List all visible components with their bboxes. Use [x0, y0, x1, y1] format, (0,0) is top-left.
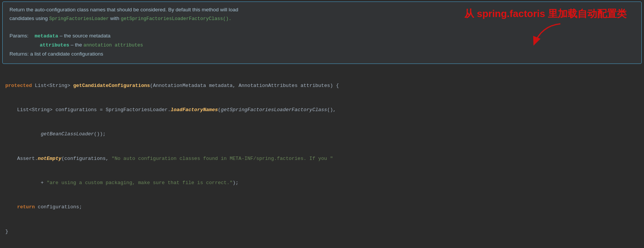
chinese-annotation-1: 从 spring.factoris 里加载自动配置类	[464, 5, 627, 45]
comment-method: getSpringFactoriesLoaderFactoryClass().	[121, 16, 232, 22]
comment-box-wrapper: Return the auto-configuration class name…	[2, 2, 642, 64]
code1-line7: }	[2, 228, 642, 236]
code1-line3: getBeanClassLoader());	[2, 130, 642, 138]
returns-text: a list of candidate configurations	[29, 51, 103, 57]
comment-with: with	[109, 16, 121, 21]
param2-dash: – the	[69, 42, 84, 48]
page-container: Return the auto-configuration class name…	[0, 2, 644, 248]
returns-label: Returns:	[9, 51, 29, 57]
code1-line4: Assert.notEmpty(configurations, "No auto…	[2, 155, 642, 163]
arrow-svg-1	[530, 22, 568, 48]
code1-line2: List<String> configurations = SpringFact…	[2, 106, 642, 114]
comment-candidates-prefix: candidates using	[9, 16, 49, 21]
code1-line6: return configurations;	[2, 203, 642, 211]
param2-annotation: annotation attributes	[84, 43, 143, 48]
returns-section: Returns: a list of candidate configurati…	[9, 50, 635, 59]
first-code-block: protected List<String> getCandidateConfi…	[0, 64, 644, 248]
code1-line1: protected List<String> getCandidateConfi…	[2, 82, 642, 90]
params-label: Params:	[9, 33, 28, 39]
param2-name: attributes	[40, 42, 69, 48]
code1-line5: + "are using a custom packaging, make su…	[2, 179, 642, 187]
comment-box: Return the auto-configuration class name…	[2, 2, 642, 64]
comment-text-1: Return the auto-configuration class name…	[9, 7, 238, 12]
arrow1	[530, 22, 560, 45]
param1-name: metadata	[34, 33, 58, 39]
chinese-label-1: 从 spring.factoris 里加载自动配置类	[464, 5, 627, 22]
code-section-1: protected List<String> getCandidateConfi…	[2, 64, 642, 248]
comment-spring-loader: SpringFactoriesLoader	[49, 16, 109, 22]
param1-dash: – the source metadata	[58, 33, 110, 39]
